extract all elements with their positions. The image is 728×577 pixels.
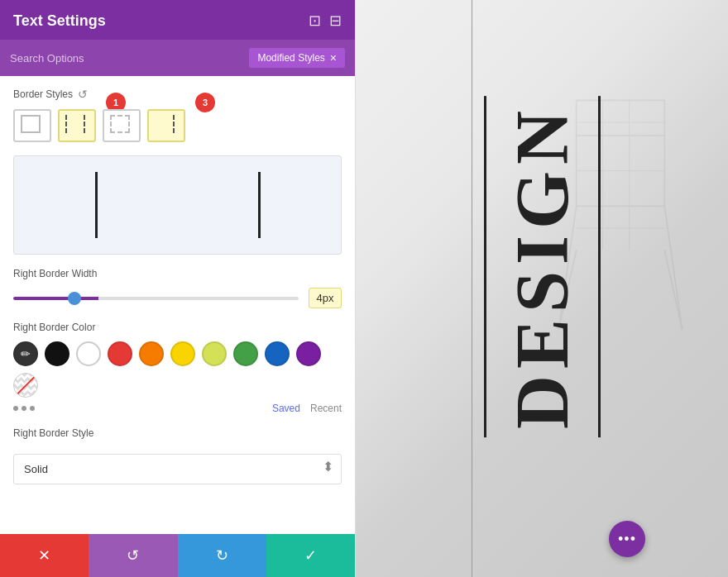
border-width-slider[interactable] [13, 297, 299, 300]
dot-3 [30, 406, 35, 411]
border-btn-all-dashed[interactable] [103, 109, 141, 142]
right-border-color-label: Right Border Color [13, 322, 342, 333]
save-button[interactable]: ✓ [266, 534, 355, 577]
color-swatches: ✏ [13, 341, 342, 398]
responsive-icon[interactable]: ⊡ [309, 12, 321, 30]
swatch-orange[interactable] [139, 341, 164, 366]
preview-inner [95, 172, 261, 238]
swatch-black[interactable] [45, 341, 69, 366]
redo-button[interactable]: ↻ [178, 534, 266, 577]
panel-header: Text Settings ⊡ ⊟ [0, 0, 355, 40]
swatch-striped[interactable] [13, 373, 38, 398]
panel-title: Text Settings [13, 12, 106, 30]
eyedropper-swatch[interactable]: ✏ [13, 341, 38, 366]
border-btn-none[interactable] [13, 109, 51, 142]
undo-button[interactable]: ↺ [89, 534, 177, 577]
slider-row: 4px 2 [13, 288, 342, 308]
fab-icon: ••• [618, 531, 636, 548]
right-border-style-section: Right Border Style Solid Dashed Dotted D… [13, 427, 342, 484]
right-border-width-label: Right Border Width [13, 268, 342, 279]
border-styles-section: Border Styles ↺ [13, 88, 342, 101]
modified-styles-label: Modified Styles [257, 52, 324, 64]
search-bar: Search Options Modified Styles × [0, 40, 355, 76]
dot-2 [22, 406, 26, 411]
border-style-select-wrapper: Solid Dashed Dotted Double None [13, 447, 342, 484]
px-value-badge: 4px 2 [309, 288, 342, 308]
settings-panel: Text Settings ⊡ ⊟ Search Options Modifie… [0, 0, 356, 577]
swatch-white[interactable] [76, 341, 101, 366]
right-border-width-section: Right Border Width 4px 2 [13, 268, 342, 308]
recent-link[interactable]: Recent [310, 403, 342, 414]
design-text: DESIGN [484, 96, 601, 437]
swatch-purple[interactable] [296, 341, 321, 366]
swatch-yellow[interactable] [170, 341, 195, 366]
border-styles-label: Border Styles [13, 88, 73, 100]
layout-icon[interactable]: ⊟ [329, 12, 342, 30]
swatch-red[interactable] [108, 341, 132, 366]
modified-styles-close[interactable]: × [330, 51, 337, 64]
eyedropper-icon: ✏ [21, 347, 31, 360]
search-placeholder[interactable]: Search Options [10, 52, 84, 64]
border-btn-left-right[interactable]: 1 [58, 109, 96, 142]
border-preview [13, 155, 342, 255]
cancel-button[interactable]: ✕ [0, 534, 89, 577]
reset-border-icon[interactable]: ↺ [78, 88, 88, 101]
bottom-bar: ✕ ↺ ↻ ✓ [0, 534, 355, 577]
border-btn-right-only[interactable]: 3 [147, 109, 185, 142]
swatch-green[interactable] [233, 341, 258, 366]
right-border-color-section: Right Border Color ✏ [13, 322, 342, 414]
canvas: DESIGN ••• [356, 0, 728, 577]
header-icons: ⊡ ⊟ [309, 12, 342, 30]
saved-link[interactable]: Saved [272, 403, 300, 414]
border-style-select[interactable]: Solid Dashed Dotted Double None [13, 454, 342, 484]
panel-content: Border Styles ↺ 1 [0, 76, 355, 534]
border-style-options: 1 3 [13, 109, 342, 142]
swatch-light-yellow[interactable] [202, 341, 227, 366]
fab-button[interactable]: ••• [609, 521, 645, 557]
dot-1 [13, 406, 18, 411]
swatch-blue[interactable] [265, 341, 290, 366]
right-border-style-label: Right Border Style [13, 427, 342, 439]
saved-recent: Saved Recent [272, 403, 342, 414]
annotation-badge-3: 3 [195, 93, 215, 112]
dots-row: Saved Recent [13, 403, 342, 414]
modified-styles-badge[interactable]: Modified Styles × [249, 48, 345, 68]
design-text-container: DESIGN [356, 0, 728, 534]
